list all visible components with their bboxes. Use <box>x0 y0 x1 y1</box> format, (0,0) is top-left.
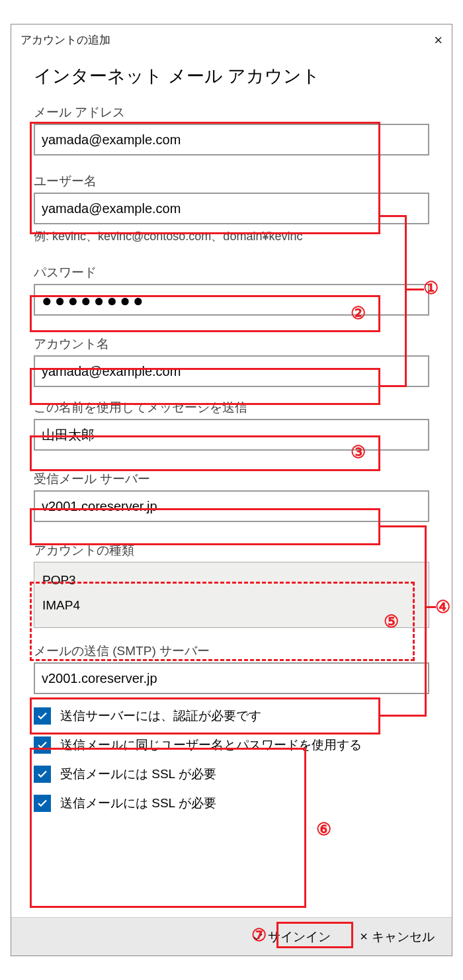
check-outgoing-ssl[interactable]: 送信メールには SSL が必要 <box>34 795 429 812</box>
dialog-title: アカウントの追加 <box>21 32 110 48</box>
check-label: 受信メールには SSL が必要 <box>60 766 216 783</box>
password-field[interactable]: ●●●●●●●● <box>34 284 429 316</box>
cancel-label: キャンセル <box>372 928 435 946</box>
account-name-label: アカウント名 <box>34 335 429 353</box>
signin-label: サインイン <box>268 928 331 946</box>
incoming-field[interactable] <box>34 490 429 522</box>
close-icon[interactable]: × <box>434 33 442 48</box>
checkbox-icon <box>34 707 51 725</box>
email-label: メール アドレス <box>34 104 429 121</box>
display-name-label: この名前を使用してメッセージを送信 <box>34 399 429 416</box>
check-incoming-ssl[interactable]: 受信メールには SSL が必要 <box>34 766 429 783</box>
dialog-footer: サインイン × キャンセル <box>11 917 452 956</box>
checkbox-icon <box>34 766 51 783</box>
cancel-button[interactable]: × キャンセル <box>353 926 441 948</box>
account-name-field[interactable] <box>34 355 429 387</box>
password-label: パスワード <box>34 264 429 281</box>
incoming-label: 受信メール サーバー <box>34 470 429 488</box>
check-same-credentials[interactable]: 送信メールに同じユーザー名とパスワードを使用する <box>34 736 429 754</box>
check-label: 送信メールには SSL が必要 <box>60 795 216 812</box>
user-label: ユーザー名 <box>34 173 429 190</box>
check-label: 送信メールに同じユーザー名とパスワードを使用する <box>60 736 362 754</box>
check-label: 送信サーバーには、認証が必要です <box>60 707 261 725</box>
account-type-label: アカウントの種類 <box>34 542 429 559</box>
checkbox-icon <box>34 736 51 754</box>
display-name-field[interactable] <box>34 419 429 451</box>
check-auth-required[interactable]: 送信サーバーには、認証が必要です <box>34 707 429 725</box>
smtp-field[interactable] <box>34 662 429 694</box>
email-field[interactable] <box>34 124 429 156</box>
check-icon <box>252 931 264 943</box>
user-hint: 例: kevinc、kevinc@contoso.com、domain¥kevi… <box>34 228 429 244</box>
close-icon: × <box>360 929 368 944</box>
dialog-window: アカウントの追加 × インターネット メール アカウント メール アドレス ユー… <box>11 24 452 956</box>
account-type-option-imap4[interactable]: IMAP4 <box>42 593 421 618</box>
account-type-select[interactable]: POP3 IMAP4 <box>34 562 429 628</box>
page-title: インターネット メール アカウント <box>34 64 429 88</box>
smtp-label: メールの送信 (SMTP) サーバー <box>34 643 429 660</box>
user-field[interactable] <box>34 193 429 224</box>
account-type-option-pop3[interactable]: POP3 <box>42 568 421 593</box>
signin-button[interactable]: サインイン <box>245 926 337 948</box>
checkbox-icon <box>34 795 51 812</box>
